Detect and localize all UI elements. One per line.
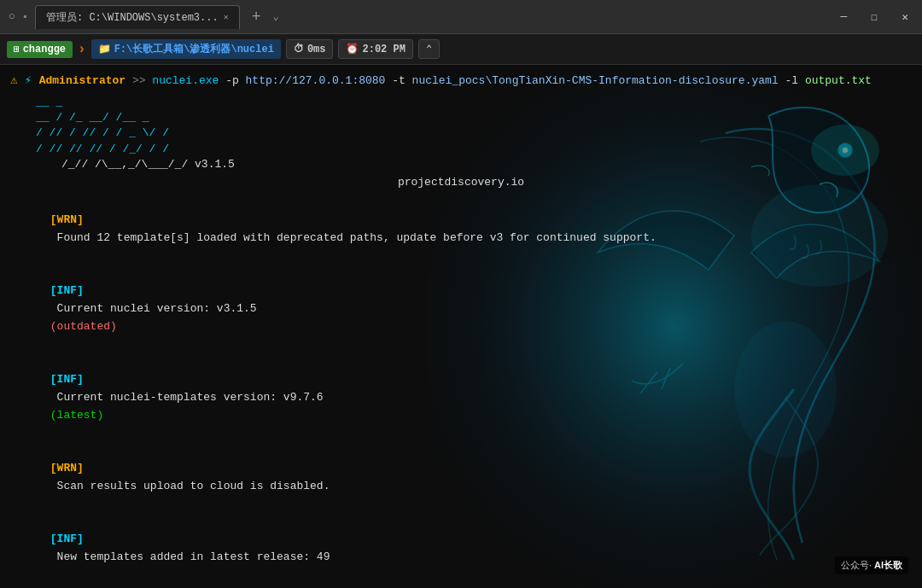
window-system-icon: ○ xyxy=(9,10,15,23)
arrow-pill: ⌃ xyxy=(418,39,440,59)
prompt-command: nuclei.exe xyxy=(152,74,219,87)
log-text-wrn-1: Found 12 template[s] loaded with depreca… xyxy=(50,231,656,244)
user-label: changge xyxy=(23,44,66,55)
lightning-icon: ⚡ xyxy=(25,73,39,87)
path-label: F:\长歌工具箱\渗透利器\nuclei xyxy=(114,42,274,56)
log-line-wrn-1: [WRN] Found 12 template[s] loaded with d… xyxy=(10,194,912,265)
tag-wrn-2: [WRN] xyxy=(50,462,84,474)
prompt-flag-p: -p xyxy=(225,74,245,87)
log-line-inf-templates: [INF] Current nuclei-templates version: … xyxy=(10,353,912,442)
user-pill: ⊞ changge xyxy=(7,41,73,58)
command-prompt-line: ⚠ ⚡ Administrator >> nuclei.exe -p http:… xyxy=(10,72,912,90)
prompt-username: Administrator xyxy=(39,74,125,87)
timer-icon: ⏱ xyxy=(294,43,304,55)
path-separator-icon: › xyxy=(78,42,86,57)
tab-label: 管理员: C:\WINDOWS\system3... xyxy=(46,10,219,25)
minimize-button[interactable]: — xyxy=(836,9,853,26)
window-tab[interactable]: 管理员: C:\WINDOWS\system3... ✕ xyxy=(35,5,240,29)
ascii-line-2: __ / /_ __/ /__ _ xyxy=(36,110,912,125)
prompt-url-value: http://127.0.0.1:8080 xyxy=(246,74,386,87)
tag-wrn: [WRN] xyxy=(50,213,84,226)
watermark-prefix: 公众号· xyxy=(841,560,872,570)
terminal-content: ⚠ ⚡ Administrator >> nuclei.exe -p http:… xyxy=(10,72,912,588)
terminal-area: ⚠ ⚡ Administrator >> nuclei.exe -p http:… xyxy=(0,65,922,588)
folder-icon: 📁 xyxy=(98,43,111,55)
prompt-template-path: nuclei_pocs\TongTianXin-CMS-Information-… xyxy=(412,74,779,87)
maximize-button[interactable]: ☐ xyxy=(866,9,883,26)
path-pill: 📁 F:\长歌工具箱\渗透利器\nuclei xyxy=(91,39,281,59)
tag-inf-2: [INF] xyxy=(50,373,84,386)
terminal-toolbar: ⊞ changge › 📁 F:\长歌工具箱\渗透利器\nuclei ⏱ 0ms… xyxy=(0,34,922,65)
prompt-output-file: output.txt xyxy=(805,74,872,87)
ms-pill: ⏱ 0ms xyxy=(286,39,334,59)
latest-tag: (latest) xyxy=(50,409,103,422)
window-controls: — ☐ ✕ xyxy=(836,9,913,26)
new-tab-button[interactable]: + xyxy=(247,9,266,26)
ascii-version-line: /_// /\__,_/\___/_/ v3.1.5 xyxy=(61,157,912,172)
tab-dropdown-button[interactable]: ⌄ xyxy=(273,10,279,23)
up-arrow-icon: ⌃ xyxy=(426,43,432,55)
log-line-wrn-cloud: [WRN] Scan results upload to cloud is di… xyxy=(10,442,912,513)
time-label: 2:02 PM xyxy=(362,44,405,55)
tag-inf-1: [INF] xyxy=(50,284,84,297)
warning-icon: ⚠ xyxy=(10,73,25,87)
window-titlebar: ○ ▪ 管理员: C:\WINDOWS\system3... ✕ + ⌄ — ☐… xyxy=(0,0,922,34)
prompt-arrow: >> xyxy=(132,74,152,87)
tab-close-button[interactable]: ✕ xyxy=(224,12,229,22)
log-line-inf-version: [INF] Current nuclei version: v3.1.5 (ou… xyxy=(10,265,912,353)
outdated-tag: (outdated) xyxy=(50,320,117,333)
log-text-wrn-2: Scan results upload to cloud is disabled… xyxy=(50,480,330,492)
log-line-inf-loaded: [INF] Templates loaded for current scan:… xyxy=(10,584,912,588)
window-tab-icon: ▪ xyxy=(22,11,28,23)
project-discovery-url: projectdiscovery.io xyxy=(10,176,912,189)
prompt-flag-t: -t xyxy=(392,74,411,87)
ascii-line-3: / // / // / / _ \/ / xyxy=(36,125,912,141)
watermark: 公众号· AI长歌 xyxy=(835,556,908,574)
clock-icon: ⏰ xyxy=(346,43,359,55)
ascii-line-4: / // // // / /_/ / / xyxy=(36,142,912,157)
watermark-brand: AI长歌 xyxy=(874,560,902,570)
prompt-flag-l: -l xyxy=(785,74,805,87)
log-line-inf-new-templates: [INF] New templates added in latest rele… xyxy=(10,513,912,584)
windows-icon: ⊞ xyxy=(14,44,20,55)
log-text-inf-3: New templates added in latest release: 4… xyxy=(50,550,330,563)
close-button[interactable]: ✕ xyxy=(896,9,913,26)
ms-label: 0ms xyxy=(307,44,326,55)
log-text-inf-2: Current nuclei-templates version: v9.7.6 xyxy=(50,391,330,404)
log-text-inf-1: Current nuclei version: v3.1.5 xyxy=(50,302,264,315)
tag-inf-3: [INF] xyxy=(50,533,84,545)
nuclei-ascii-art: __ _ __ / /_ __/ /__ _ / // / // / / _ \… xyxy=(36,95,912,172)
time-pill: ⏰ 2:02 PM xyxy=(338,39,412,59)
ascii-line-1: __ _ xyxy=(36,95,912,110)
